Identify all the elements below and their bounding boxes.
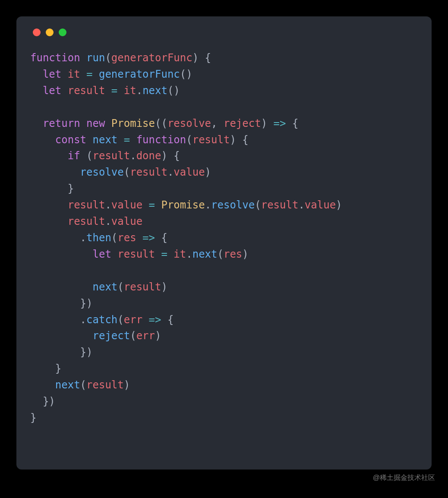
code-token: next <box>93 134 118 146</box>
code-token: ) <box>161 281 167 293</box>
maximize-icon[interactable] <box>59 28 66 36</box>
code-token: = <box>86 68 92 80</box>
code-token: }) <box>43 395 55 407</box>
code-line: } <box>30 410 418 426</box>
code-token: ( <box>218 248 224 260</box>
code-line: if (result.done) { <box>30 148 418 164</box>
code-token <box>130 134 136 146</box>
code-line: function run(generatorFunc) { <box>30 50 418 66</box>
traffic-lights <box>33 28 418 36</box>
code-token: err <box>124 314 142 326</box>
code-line: } <box>30 181 418 197</box>
code-token: ( <box>80 379 86 391</box>
code-token: ( <box>111 232 117 244</box>
code-token: done <box>136 150 161 162</box>
code-block: function run(generatorFunc) { let it = g… <box>30 50 418 426</box>
code-token: } <box>68 183 74 195</box>
code-token: resolve <box>211 199 255 211</box>
code-token: ) <box>261 117 274 129</box>
code-window: function run(generatorFunc) { let it = g… <box>16 16 432 470</box>
code-token: then <box>86 232 111 244</box>
code-line: }) <box>30 344 418 361</box>
code-token: value <box>111 215 142 227</box>
code-line: let it = generatorFunc() <box>30 66 418 83</box>
code-token: result <box>68 199 105 211</box>
code-line: }) <box>30 394 418 410</box>
code-line: .catch(err => { <box>30 312 418 328</box>
code-token: Promise <box>111 117 155 129</box>
code-token: . <box>105 199 111 211</box>
code-line: let result = it.next(res) <box>30 246 418 263</box>
code-token: } <box>30 412 36 424</box>
code-token: next <box>93 281 118 293</box>
code-token: . <box>105 215 111 227</box>
code-token: res <box>224 248 242 260</box>
code-token: result <box>117 248 155 260</box>
code-token: () <box>167 85 180 97</box>
code-token <box>142 199 148 211</box>
code-line: } <box>30 361 418 377</box>
minimize-icon[interactable] <box>46 28 54 36</box>
code-token: => <box>149 314 161 326</box>
code-token <box>117 134 123 146</box>
code-token: Promise <box>161 199 205 211</box>
code-token: , <box>211 117 224 129</box>
code-line: let result = it.next() <box>30 83 418 99</box>
code-token: . <box>130 150 136 162</box>
code-token <box>136 232 142 244</box>
code-token: () <box>180 68 192 80</box>
code-token: function <box>136 134 186 146</box>
code-line: result.value = Promise.resolve(result.va… <box>30 197 418 214</box>
code-token: reject <box>224 117 261 129</box>
code-token: resolve <box>80 166 124 178</box>
code-token <box>117 85 123 97</box>
code-token <box>80 68 86 80</box>
code-token: let <box>43 85 68 97</box>
code-token: it <box>124 85 136 97</box>
code-token: result <box>86 379 124 391</box>
code-token: res <box>117 232 136 244</box>
code-token: ) <box>242 248 248 260</box>
code-token: value <box>174 166 205 178</box>
code-token: . <box>80 314 86 326</box>
code-token: result <box>93 150 130 162</box>
code-token: => <box>274 117 286 129</box>
code-line: next(result) <box>30 279 418 296</box>
code-token: ( <box>105 52 111 64</box>
code-token <box>142 314 148 326</box>
code-line: const next = function(result) { <box>30 132 418 148</box>
code-token: generatorFunc <box>111 52 192 64</box>
code-token: . <box>136 85 142 97</box>
code-token: value <box>111 199 142 211</box>
code-token: ( <box>124 166 130 178</box>
code-token: }) <box>80 346 93 358</box>
code-token: generatorFunc <box>99 68 180 80</box>
code-token: = <box>149 199 155 211</box>
code-token: it <box>68 68 80 80</box>
code-line: return new Promise((resolve, reject) => … <box>30 116 418 132</box>
code-token: . <box>205 199 211 211</box>
code-token: ) <box>155 330 161 342</box>
code-token: function <box>30 52 86 64</box>
code-line: reject(err) <box>30 328 418 344</box>
code-token: it <box>174 248 186 260</box>
code-line <box>30 99 418 116</box>
code-token: err <box>136 330 155 342</box>
code-line: result.value <box>30 214 418 230</box>
code-token <box>105 85 111 97</box>
code-token: } <box>55 362 61 375</box>
code-token: catch <box>86 314 117 326</box>
code-token: ) { <box>192 52 211 64</box>
close-icon[interactable] <box>33 28 41 36</box>
code-token: const <box>55 134 93 146</box>
code-token: value <box>305 199 336 211</box>
code-token: result <box>192 134 230 146</box>
watermark-text: @稀土掘金技术社区 <box>373 473 435 482</box>
code-token: let <box>93 248 118 260</box>
code-token: new <box>86 117 111 129</box>
code-token <box>155 199 161 211</box>
code-token: run <box>86 52 105 64</box>
code-token: next <box>55 379 80 391</box>
code-token: resolve <box>167 117 211 129</box>
code-token: = <box>161 248 167 260</box>
